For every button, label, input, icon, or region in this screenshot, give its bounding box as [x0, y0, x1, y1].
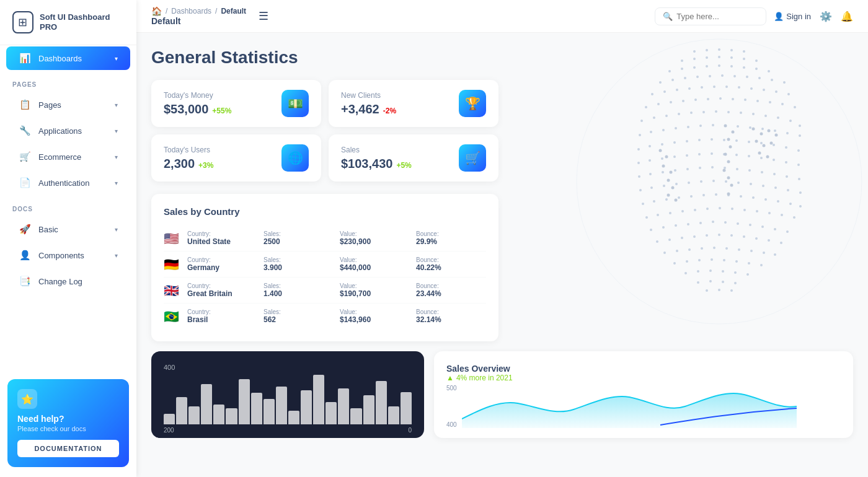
- svg-point-95: [748, 141, 750, 143]
- svg-point-172: [687, 223, 689, 225]
- chevron-down-icon: ▾: [115, 154, 118, 160]
- breadcrumb-sep: /: [166, 7, 167, 15]
- svg-point-25: [696, 76, 699, 78]
- bounce-col: Bounce: 29.9%: [416, 230, 486, 246]
- svg-point-35: [676, 89, 678, 91]
- sidebar-item-applications[interactable]: 🔧 Applications ▾: [6, 119, 130, 142]
- svg-point-208: [748, 262, 750, 265]
- svg-point-147: [702, 194, 705, 196]
- svg-point-119: [699, 167, 701, 169]
- svg-point-239: [730, 184, 733, 187]
- svg-point-185: [706, 234, 708, 237]
- notification-icon[interactable]: 🔔: [841, 11, 853, 22]
- svg-point-169: [650, 229, 652, 231]
- home-icon[interactable]: 🏠: [151, 6, 162, 16]
- sales-label: Sales:: [264, 282, 334, 289]
- svg-point-90: [686, 140, 688, 142]
- svg-point-188: [743, 235, 745, 238]
- stat-card-clients: New Clients +3,462 -2% 🏆: [329, 80, 498, 127]
- svg-point-165: [756, 210, 758, 212]
- svg-point-116: [662, 171, 664, 173]
- sidebar-item-changelog[interactable]: 📑 Change Log: [6, 269, 130, 293]
- sidebar-item-authentication[interactable]: 📄 Authentication ▾: [6, 171, 130, 195]
- navbar: 🏠 / Dashboards / Default Default ☰ 🔍 👤 S…: [136, 0, 868, 33]
- bounce-value: 40.22%: [416, 263, 486, 272]
- sales-by-country-card: Sales by Country 🇺🇸 Country: United Stat…: [151, 194, 498, 341]
- svg-point-73: [650, 131, 652, 133]
- pages-section-label: PAGES: [0, 71, 136, 92]
- svg-point-171: [675, 224, 677, 227]
- stat-value: $53,000: [164, 102, 208, 116]
- svg-point-176: [737, 222, 739, 225]
- svg-point-136: [737, 182, 740, 184]
- svg-point-85: [799, 134, 801, 137]
- sales-label: Sales:: [264, 309, 334, 315]
- sidebar-item-basic[interactable]: 🚀 Basic ▾: [6, 217, 130, 241]
- svg-point-118: [686, 168, 689, 170]
- sidebar-item-ecommerce[interactable]: 🛒 Ecommerce ▾: [6, 145, 130, 168]
- svg-point-225: [662, 165, 665, 168]
- line-chart: 500 400: [446, 385, 841, 428]
- table-row: 🇩🇪 Country: Germany Sales: 3.900 Value: …: [164, 252, 486, 278]
- arrow-up-icon: ▲: [446, 374, 454, 382]
- svg-point-168: [793, 216, 795, 219]
- country-col: Country: Germany: [187, 256, 257, 272]
- svg-point-137: [750, 183, 752, 185]
- svg-point-62: [690, 112, 693, 114]
- stat-card-users: Today's Users 2,300 +3% 🌐: [151, 134, 321, 182]
- svg-point-222: [730, 289, 733, 292]
- sidebar-item-label: Basic: [38, 225, 107, 234]
- breadcrumb-dashboards[interactable]: Dashboards: [171, 7, 211, 15]
- svg-point-107: [723, 153, 725, 155]
- svg-point-52: [732, 98, 734, 100]
- bounce-col: Bounce: 40.22%: [416, 256, 486, 272]
- svg-point-33: [651, 93, 653, 95]
- signin-label: Sign in: [786, 12, 811, 21]
- svg-point-217: [709, 280, 712, 282]
- country-label: Country:: [187, 309, 257, 315]
- svg-point-212: [709, 269, 712, 272]
- stat-change: -2%: [383, 107, 396, 115]
- search-icon: 🔍: [663, 12, 673, 21]
- svg-point-244: [775, 134, 778, 137]
- svg-point-38: [713, 85, 715, 88]
- dashboards-icon: 📊: [19, 53, 31, 64]
- svg-point-40: [738, 86, 740, 89]
- stats-grid: Today's Money $53,000 +55% 💵 New Clients…: [151, 80, 498, 182]
- svg-point-232: [732, 131, 735, 134]
- svg-point-78: [712, 124, 714, 126]
- svg-point-21: [768, 70, 770, 72]
- search-input[interactable]: [676, 12, 751, 21]
- signin-link[interactable]: 👤 Sign in: [774, 12, 811, 21]
- bar-chart-card: 400 200 0: [151, 351, 424, 438]
- svg-point-133: [700, 180, 702, 183]
- help-card: ⭐ Need help? Please check our docs DOCUM…: [7, 379, 129, 467]
- settings-icon[interactable]: ⚙️: [820, 11, 832, 22]
- sales-overview-subtitle: ▲ 4% more in 2021: [446, 374, 841, 382]
- svg-point-76: [687, 126, 689, 128]
- country-label: Country:: [187, 282, 257, 289]
- sidebar-item-pages[interactable]: 📋 Pages ▾: [6, 93, 130, 116]
- svg-point-158: [669, 212, 671, 214]
- svg-point-48: [682, 100, 684, 102]
- svg-point-186: [718, 234, 720, 236]
- svg-point-160: [694, 209, 696, 211]
- svg-point-103: [673, 155, 676, 158]
- svg-point-164: [743, 209, 746, 211]
- svg-point-141: [799, 191, 802, 194]
- docs-section-label: DOCS: [0, 196, 136, 216]
- documentation-button[interactable]: DOCUMENTATION: [17, 440, 119, 457]
- svg-point-163: [731, 208, 733, 210]
- sidebar-item-components[interactable]: 👤 Components ▾: [6, 243, 130, 267]
- stat-label: New Clients: [341, 91, 396, 100]
- svg-point-20: [755, 68, 758, 70]
- sidebar-item-dashboards[interactable]: 📊 Dashboards ▾: [6, 46, 130, 70]
- content-area: /* dots generated inline below */: [136, 33, 868, 477]
- svg-point-75: [675, 127, 677, 129]
- svg-point-28: [733, 75, 736, 77]
- svg-point-233: [727, 138, 730, 141]
- navbar-page-title: Default: [151, 16, 246, 26]
- menu-icon[interactable]: ☰: [259, 9, 268, 23]
- bounce-value: 32.14%: [416, 315, 486, 324]
- svg-point-93: [723, 139, 725, 141]
